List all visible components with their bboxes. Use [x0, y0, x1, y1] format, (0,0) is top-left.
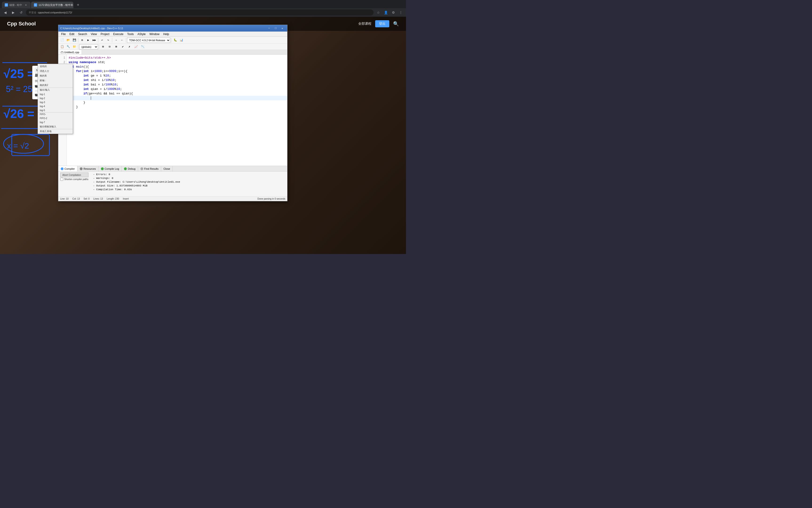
sidebar-item-5[interactable]: 输出/输入 — [38, 88, 73, 92]
tab-2[interactable]: C 1172:四位完全平方数 - 蛤中补 ✕ — [31, 2, 74, 8]
tab-close-1[interactable]: ✕ — [24, 3, 28, 7]
tab-1[interactable]: C 碰撞 - 蛤中 ✕ — [2, 2, 31, 8]
status-lines: Lines: 13 — [93, 198, 103, 200]
sidebar-item-14[interactable]: 输出模板加输入 — [38, 124, 73, 129]
layout-btn5[interactable]: ✗ — [127, 44, 132, 50]
layout-btn3[interactable]: ⊠ — [113, 44, 119, 50]
sidebar-item-1[interactable]: 消息人士 — [38, 69, 73, 74]
compiler-dropdown[interactable]: TDM-GCC 4.9.2 64-bit Release — [127, 38, 170, 43]
save-btn[interactable]: 💾 — [71, 37, 77, 43]
close-button[interactable]: ✕ — [279, 26, 285, 30]
redo-btn[interactable]: ↪ — [105, 37, 111, 43]
layout-btns: ⊞ ⊟ ⊠ ✔ ✗ 📈 📉 — [100, 44, 145, 50]
status-sel: Sel: 0 — [84, 198, 90, 200]
output-line-4: - Compilation Time: 0.63s — [93, 187, 180, 192]
num-1000-8: 1000 — [107, 87, 114, 91]
code-line-8: int qian = i/ 1000 % 10 ; — [69, 87, 287, 91]
menu-astyle[interactable]: AStyle — [136, 32, 148, 37]
profile-icon[interactable]: 👤 — [382, 9, 389, 16]
output-line-2: - Output Filename: C:\Users\Lihong\Deskt… — [93, 180, 180, 184]
sidebar-item-12[interactable]: FIFO-2 — [38, 116, 73, 120]
sidebar-item-13[interactable]: log-7 — [38, 120, 73, 124]
code-line-3: int main (){ — [69, 65, 287, 69]
open-btn[interactable]: 📂 — [65, 37, 71, 43]
btab-compiler[interactable]: Compiler — [58, 166, 78, 171]
shorten-paths-input[interactable] — [60, 178, 63, 181]
run-btn[interactable]: ▶ — [85, 37, 91, 43]
sidebar-item-6[interactable]: log-1 — [38, 92, 73, 96]
menu-project[interactable]: Project — [99, 32, 111, 37]
sidebar-item-11[interactable]: FIFO- — [38, 112, 73, 116]
sidebar-panel: 送纸的 消息人士 格的美 邮编： 格的美2 输出/输入 log-1 log-2 … — [38, 64, 73, 134]
maximize-button[interactable]: □ — [273, 26, 279, 30]
profile-btn[interactable]: 📊 — [179, 37, 184, 43]
unindent-btn[interactable]: ← — [119, 37, 125, 43]
btab-findresults[interactable]: Find Results — [138, 166, 161, 171]
cpp-school-logo[interactable]: Cpp School — [7, 21, 36, 27]
code-line-2: using namespace std; — [69, 60, 287, 65]
num-10-6a: 10 — [105, 78, 109, 82]
compiler-icon — [61, 167, 63, 170]
editor-area[interactable]: 1 2 3 4 5 6 7 8 9 10 11 12 13 #include<b… — [58, 55, 287, 166]
new-tab-button[interactable]: + — [75, 2, 81, 8]
layout-btn2[interactable]: ⊟ — [107, 44, 112, 50]
layout-btn7[interactable]: 📉 — [140, 44, 145, 50]
layout-btn6[interactable]: 📈 — [133, 44, 139, 50]
indent-btn[interactable]: → — [113, 37, 119, 43]
menu-help[interactable]: Help — [161, 32, 171, 37]
abort-compilation-button[interactable]: Abort Compilation — [60, 173, 88, 177]
output-line-0: - Errors: 0 — [93, 173, 180, 176]
forward-button[interactable]: ▶ — [10, 9, 16, 16]
menu-view[interactable]: View — [89, 32, 99, 37]
sidebar-item-7[interactable]: log-2 — [38, 96, 73, 100]
sidebar-item-15[interactable]: 其他工具地 — [38, 129, 73, 134]
sidebar-item-10[interactable]: log-5 — [38, 108, 73, 112]
btab-resources[interactable]: Resources — [78, 166, 99, 171]
cpp-course-link[interactable]: 全部课程 — [358, 22, 371, 26]
cpp-login-button[interactable]: 登出 — [375, 20, 389, 27]
num-9999: 9999 — [109, 69, 116, 74]
tb2-btn3[interactable]: 📁 — [71, 44, 77, 50]
compile-btn[interactable]: ⚙ — [79, 37, 85, 43]
back-button[interactable]: ◀ — [2, 9, 8, 16]
file-tab-untitled[interactable]: (*) Untitled1.cpp — [58, 50, 82, 54]
tb2-btn2[interactable]: 🔧 — [65, 44, 71, 50]
cpp-search-icon[interactable]: 🔍 — [393, 21, 399, 27]
sidebar-item-8[interactable]: log-3 — [38, 100, 73, 104]
menu-search[interactable]: Search — [76, 32, 89, 37]
code-editor[interactable]: #include<bits/stdc++.h> using namespace … — [67, 55, 287, 166]
debug-btn[interactable]: 🐛 — [173, 37, 178, 43]
tab-label-2: 1172:四位完全平方数 - 蛤中补 — [39, 3, 73, 7]
layout-btn4[interactable]: ✔ — [120, 44, 126, 50]
btab-compilelog[interactable]: Compile Log — [99, 166, 122, 171]
menu-window[interactable]: Window — [147, 32, 161, 37]
globals-dropdown[interactable]: (globals) — [79, 44, 98, 49]
menu-dots-icon[interactable]: ⋮ — [397, 9, 404, 16]
sidebar-item-2[interactable]: 格的美 — [38, 74, 73, 78]
undo-btn[interactable]: ↩ — [99, 37, 105, 43]
bookmark-icon[interactable]: ☆ — [375, 9, 382, 16]
menu-edit[interactable]: Edit — [67, 32, 76, 37]
sidebar-item-9[interactable]: log-4 — [38, 104, 73, 108]
shorten-paths-checkbox[interactable]: Shorten compiler paths — [60, 178, 88, 181]
sidebar-item-3[interactable]: 邮编： — [38, 78, 73, 83]
url-bar[interactable]: 不安全 cppschool.cn/question/p1172/ — [26, 9, 374, 15]
menu-tools[interactable]: Tools — [126, 32, 136, 37]
reload-button[interactable]: ↺ — [18, 9, 25, 16]
cpp-nav-right: 全部课程 登出 🔍 — [358, 20, 399, 27]
minimize-button[interactable]: ─ — [266, 26, 272, 30]
new-file-btn[interactable]: 📄 — [59, 37, 65, 43]
btab-close[interactable]: Close — [161, 166, 173, 171]
status-bar: Line: 10 Col: 13 Sel: 0 Lines: 13 Length… — [58, 196, 287, 201]
compile-run-btn[interactable]: ▶▶ — [92, 37, 97, 43]
semi-8: ; — [120, 87, 122, 91]
extensions-icon[interactable]: ⚙ — [390, 9, 396, 16]
menu-execute[interactable]: Execute — [111, 32, 125, 37]
btab-debug[interactable]: Debug — [122, 166, 138, 171]
menu-file[interactable]: File — [59, 32, 67, 37]
layout-btn1[interactable]: ⊞ — [100, 44, 106, 50]
sidebar-item-4[interactable]: 格的美2 — [38, 83, 73, 88]
tb2-btn1[interactable]: 📋 — [59, 44, 65, 50]
sidebar-item-0[interactable]: 送纸的 — [38, 64, 73, 69]
code-line-1: #include<bits/stdc++.h> — [69, 55, 287, 60]
